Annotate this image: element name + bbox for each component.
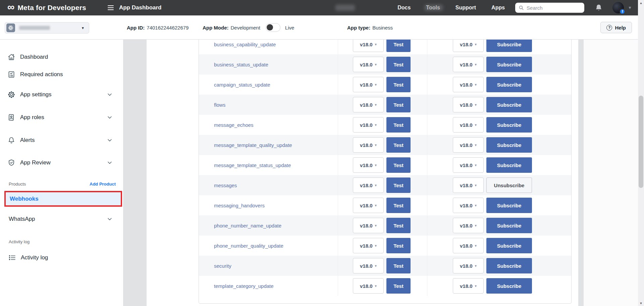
- test-version-select[interactable]: v18.0 ▾: [353, 238, 384, 253]
- webhook-field-link[interactable]: business_status_update: [214, 62, 268, 67]
- webhook-field-link[interactable]: messaging_handovers: [214, 203, 265, 208]
- subscribe-button[interactable]: Subscribe: [486, 238, 532, 253]
- subscribe-button[interactable]: Subscribe: [486, 40, 532, 52]
- sidebar-item-activity-log[interactable]: Activity log: [0, 249, 123, 266]
- sidebar-item-required-actions[interactable]: Required actions: [0, 66, 123, 83]
- subscribe-version-select[interactable]: v18.0 ▾: [453, 77, 484, 92]
- app-selector-dropdown[interactable]: ▼: [5, 22, 89, 34]
- test-version-select[interactable]: v18.0 ▾: [353, 97, 384, 112]
- subscribe-button[interactable]: Subscribe: [486, 137, 532, 153]
- webhook-field-link[interactable]: security: [214, 263, 231, 269]
- subscribe-version-select[interactable]: v18.0 ▾: [453, 157, 484, 173]
- webhook-field-link[interactable]: business_capability_update: [214, 42, 276, 47]
- webhook-field-link[interactable]: phone_number_name_update: [214, 223, 281, 228]
- scrollbar-down-arrow-icon[interactable]: ▼: [638, 300, 644, 306]
- subscribe-version-select[interactable]: v18.0 ▾: [453, 177, 484, 193]
- profile-menu[interactable]: f: [612, 2, 624, 13]
- test-button[interactable]: Test: [386, 278, 411, 294]
- subscribe-version-select[interactable]: v18.0 ▾: [453, 198, 484, 213]
- test-version-select[interactable]: v18.0 ▾: [353, 218, 384, 233]
- test-version-select[interactable]: v18.0 ▾: [353, 177, 384, 193]
- subscribe-version-select[interactable]: v18.0 ▾: [453, 218, 484, 233]
- subscribe-version-select[interactable]: v18.0 ▾: [453, 238, 484, 253]
- subscribe-button[interactable]: Subscribe: [486, 218, 532, 233]
- subscribe-button[interactable]: Subscribe: [486, 77, 532, 92]
- hamburger-menu-icon[interactable]: [108, 5, 114, 10]
- test-version-select[interactable]: v18.0 ▾: [353, 198, 384, 213]
- subscribe-version-select[interactable]: v18.0 ▾: [453, 258, 484, 273]
- test-version-select[interactable]: v18.0 ▾: [353, 137, 384, 153]
- subscribe-version-select[interactable]: v18.0 ▾: [453, 137, 484, 153]
- subscribe-version-select[interactable]: v18.0 ▾: [453, 97, 484, 112]
- help-button[interactable]: ? Help: [600, 22, 632, 33]
- test-button[interactable]: Test: [386, 97, 411, 112]
- webhook-field-link[interactable]: phone_number_quality_update: [214, 243, 283, 249]
- test-version-select[interactable]: v18.0 ▾: [353, 117, 384, 133]
- nav-link-apps[interactable]: Apps: [484, 5, 513, 11]
- nav-link-docs[interactable]: Docs: [390, 5, 418, 11]
- test-button[interactable]: Test: [386, 157, 411, 173]
- webhook-field-link[interactable]: message_template_status_update: [214, 162, 291, 168]
- search-input[interactable]: [527, 5, 577, 11]
- webhook-field-link[interactable]: flows: [214, 102, 225, 108]
- test-button[interactable]: Test: [386, 198, 411, 213]
- test-version-select[interactable]: v18.0 ▾: [353, 157, 384, 173]
- webhook-field-link[interactable]: message_template_quality_update: [214, 142, 292, 148]
- add-product-link[interactable]: Add Product: [90, 182, 116, 187]
- test-button[interactable]: Test: [386, 258, 411, 273]
- test-version-select[interactable]: v18.0 ▾: [353, 57, 384, 72]
- subscribe-button[interactable]: Subscribe: [486, 97, 532, 112]
- webhook-field-link[interactable]: campaign_status_update: [214, 82, 270, 88]
- version-value: v18.0: [460, 283, 473, 289]
- unsubscribe-button[interactable]: Unsubscribe: [486, 177, 532, 193]
- chevron-down-icon: ▾: [375, 103, 377, 107]
- webhook-field-link[interactable]: messages: [214, 183, 237, 188]
- subscribe-version-select[interactable]: v18.0 ▾: [453, 117, 484, 133]
- test-version-select[interactable]: v18.0 ▾: [353, 258, 384, 273]
- subscribe-button[interactable]: Subscribe: [486, 57, 532, 72]
- app-mode-toggle[interactable]: [266, 23, 280, 32]
- app-dashboard-label[interactable]: App Dashboard: [119, 4, 162, 11]
- search-box[interactable]: [515, 3, 584, 13]
- nav-link-support[interactable]: Support: [448, 5, 484, 11]
- sidebar-item-app-settings[interactable]: App settings: [0, 83, 123, 106]
- notifications-bell-icon[interactable]: [595, 4, 602, 11]
- test-button[interactable]: Test: [386, 177, 411, 193]
- browser-scrollbar[interactable]: ▲ ▼: [638, 0, 644, 306]
- field-cell: security: [199, 256, 338, 276]
- sidebar-item-dashboard[interactable]: Dashboard: [0, 48, 123, 66]
- subscribe-button[interactable]: Subscribe: [486, 117, 532, 133]
- sidebar-item-whatsapp[interactable]: WhatsApp: [0, 210, 123, 228]
- scrollbar-thumb[interactable]: [639, 96, 643, 188]
- subscribe-button[interactable]: Subscribe: [486, 198, 532, 213]
- test-button[interactable]: Test: [386, 218, 411, 233]
- test-button[interactable]: Test: [386, 57, 411, 72]
- sidebar-item-app-roles[interactable]: App roles: [0, 106, 123, 129]
- test-button[interactable]: Test: [386, 117, 411, 133]
- version-value: v18.0: [360, 142, 373, 148]
- version-subscribe-cell: v18.0 ▾ Subscribe: [427, 40, 571, 54]
- meta-for-developers-logo[interactable]: ∞ Meta for Developers: [7, 3, 86, 13]
- test-button[interactable]: Test: [386, 77, 411, 92]
- webhook-field-link[interactable]: message_echoes: [214, 122, 254, 128]
- subscribe-version-select[interactable]: v18.0 ▾: [453, 278, 484, 294]
- profile-caret-icon[interactable]: ▼: [628, 5, 632, 10]
- sidebar-item-alerts[interactable]: Alerts: [0, 129, 123, 152]
- test-version-select[interactable]: v18.0 ▾: [353, 278, 384, 294]
- chevron-down-icon: ▾: [475, 62, 477, 67]
- subscribe-button[interactable]: Subscribe: [486, 278, 532, 294]
- sidebar-item-app-review[interactable]: App Review: [0, 152, 123, 174]
- test-version-select[interactable]: v18.0 ▾: [353, 77, 384, 92]
- test-button[interactable]: Test: [386, 137, 411, 153]
- version-value: v18.0: [460, 62, 473, 67]
- subscribe-button[interactable]: Subscribe: [486, 157, 532, 173]
- subscribe-button[interactable]: Subscribe: [486, 258, 532, 273]
- subscribe-version-select[interactable]: v18.0 ▾: [453, 57, 484, 72]
- test-version-select[interactable]: v18.0 ▾: [353, 40, 384, 52]
- subscribe-version-select[interactable]: v18.0 ▾: [453, 40, 484, 52]
- webhook-field-link[interactable]: template_category_update: [214, 283, 274, 289]
- test-button[interactable]: Test: [386, 238, 411, 253]
- scrollbar-up-arrow-icon[interactable]: ▲: [638, 0, 644, 6]
- sidebar-item-webhooks[interactable]: Webhooks: [6, 192, 121, 205]
- test-button[interactable]: Test: [386, 40, 411, 52]
